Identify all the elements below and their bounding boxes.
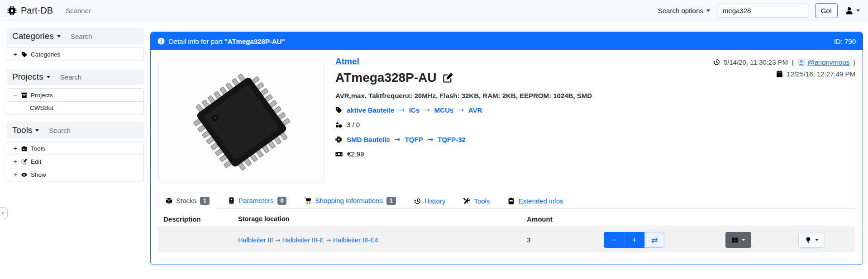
tree-item-tools[interactable]: + Tools xyxy=(7,142,143,155)
part-price: €2.99 xyxy=(347,150,364,158)
footprint-link[interactable]: TQFP-32 xyxy=(438,136,466,143)
brand-label: Part-DB xyxy=(21,5,53,16)
increase-amount-button[interactable]: + xyxy=(624,232,644,248)
tab-label: History xyxy=(424,197,446,205)
paren-open: ( xyxy=(792,58,794,66)
tab-label: Shopping informations xyxy=(315,197,382,204)
tree-item-label: Edit xyxy=(31,158,41,165)
projects-search-input[interactable] xyxy=(59,73,123,81)
search-go-button[interactable]: Go! xyxy=(815,3,838,18)
search-input[interactable] xyxy=(718,4,808,18)
sidebar-collapse-toggle[interactable]: ‹ xyxy=(0,207,8,219)
user-menu-dropdown[interactable] xyxy=(844,6,861,15)
tree-item-projects[interactable]: − Projects xyxy=(7,89,143,101)
footprint-link[interactable]: TQFP xyxy=(405,136,423,143)
projects-title: Projects xyxy=(12,72,43,82)
tab-extended-infos[interactable]: Extended infos xyxy=(501,194,570,208)
category-link[interactable]: AVR xyxy=(468,106,482,114)
tools-search-input[interactable] xyxy=(48,126,111,135)
footprint-link[interactable]: SMD Bauteile xyxy=(347,136,390,143)
categories-dropdown[interactable]: Categories xyxy=(12,31,61,41)
manufacturer-link[interactable]: Atmel xyxy=(335,57,359,66)
caret-down-icon xyxy=(856,9,860,12)
header-prefix: Detail info for part xyxy=(169,38,222,45)
tab-label: Stocks xyxy=(176,197,196,204)
history-icon xyxy=(414,198,421,204)
categories-tree: + Categories xyxy=(7,47,144,61)
avatar-icon xyxy=(797,58,805,66)
category-link[interactable]: MCUs xyxy=(434,106,454,114)
tab-badge: 1 xyxy=(200,197,210,205)
tab-shopping-informations[interactable]: Shopping informations 1 xyxy=(297,193,403,209)
user-icon xyxy=(845,7,853,14)
clipboard-icon xyxy=(508,198,515,204)
nav-scanner-link[interactable]: Scanner xyxy=(66,7,91,14)
part-tabs: Stocks 1 Parameters 0 Shopping informati… xyxy=(158,191,855,209)
toolbox-icon xyxy=(21,146,27,151)
header-part-name: "ATmega328P-AU" xyxy=(224,38,285,45)
storage-location-link[interactable]: Halbleiter III-E xyxy=(282,236,324,244)
tab-tools[interactable]: Tools xyxy=(456,194,497,208)
stock-summary-row: 3 / 0 xyxy=(335,121,592,128)
tools-dropdown[interactable]: Tools xyxy=(12,125,39,135)
storage-location-path: Halbleiter III → Halbleiter III-E → Halb… xyxy=(238,236,527,244)
lightbulb-icon xyxy=(805,237,811,243)
expand-icon[interactable]: + xyxy=(13,171,18,178)
arrow-right-icon: → xyxy=(424,106,430,114)
tab-parameters[interactable]: Parameters 0 xyxy=(221,193,294,209)
chevron-left-icon: ‹ xyxy=(2,209,4,216)
swap-arrows-icon: ⇄ xyxy=(651,236,658,245)
pen-square-icon xyxy=(21,159,27,165)
label-dropdown[interactable] xyxy=(798,232,825,248)
search-options-dropdown[interactable]: Search options xyxy=(657,5,711,16)
category-link[interactable]: aktive Bauteile xyxy=(347,106,394,114)
header-text: Detail info for part "ATmega328P-AU" xyxy=(169,38,285,45)
tab-stocks[interactable]: Stocks 1 xyxy=(158,193,217,209)
last-modified-date: 5/14/20, 11:30:23 PM xyxy=(724,58,788,66)
expand-icon[interactable]: + xyxy=(13,158,18,165)
category-link[interactable]: ICs xyxy=(409,106,420,114)
column-header-storage-location: Storage location xyxy=(238,215,527,222)
navbar-right: Search options Go! xyxy=(657,3,861,18)
modified-user-link[interactable]: @anonymous xyxy=(797,58,849,66)
tree-item-categories[interactable]: + Categories xyxy=(7,48,143,61)
categories-search-input[interactable] xyxy=(70,32,133,41)
quantity-button-group: − + ⇄ xyxy=(604,232,664,248)
expand-icon[interactable]: + xyxy=(13,51,18,58)
storage-location-link[interactable]: Halbleiter III xyxy=(238,236,273,244)
table-options-dropdown[interactable] xyxy=(725,232,751,248)
box-icon xyxy=(166,197,172,204)
last-modified-row: 5/14/20, 11:30:23 PM ( @anonymous) xyxy=(713,58,855,66)
tag-icon xyxy=(21,52,27,57)
storage-location-link[interactable]: Halbleiter III-E4 xyxy=(333,236,378,244)
edit-part-button[interactable] xyxy=(443,73,453,83)
paren-close: ) xyxy=(853,58,855,66)
caret-down-icon xyxy=(57,35,61,38)
projects-dropdown[interactable]: Projects xyxy=(12,72,50,82)
tree-item-label: Categories xyxy=(31,51,60,58)
part-image[interactable] xyxy=(158,58,324,183)
caret-down-icon xyxy=(35,129,39,132)
chip-photo xyxy=(172,62,312,179)
tab-history[interactable]: History xyxy=(407,194,453,208)
tree-item-edit[interactable]: + Edit xyxy=(7,155,143,168)
stock-summary: 3 / 0 xyxy=(347,121,360,128)
stock-table-row: Halbleiter III → Halbleiter III-E → Halb… xyxy=(158,227,855,252)
arrow-right-icon: → xyxy=(427,135,433,143)
created-row: 12/25/16, 12:27:49 PM xyxy=(713,70,855,78)
eye-icon xyxy=(21,172,27,178)
brand-link[interactable]: Part-DB xyxy=(7,5,53,16)
part-detail-header: Detail info for part "ATmega328P-AU" ID:… xyxy=(151,32,863,50)
tree-item-cwsbot[interactable]: CWSBot xyxy=(7,101,143,114)
sidebar-section-header-categories: Categories xyxy=(7,28,144,44)
top-navbar: Part-DB Scanner Search options Go! xyxy=(0,0,868,21)
expand-icon[interactable]: + xyxy=(13,145,18,152)
tree-item-show[interactable]: + Show xyxy=(7,168,143,181)
tree-item-label: Projects xyxy=(31,92,53,99)
footprint-row: SMD Bauteile → TQFP → TQFP-32 xyxy=(335,135,592,143)
history-icon xyxy=(713,59,720,66)
move-stock-button[interactable]: ⇄ xyxy=(644,232,664,248)
decrease-amount-button[interactable]: − xyxy=(604,232,624,248)
collapse-minus-icon[interactable]: − xyxy=(13,91,18,99)
tab-label: Parameters xyxy=(238,197,274,204)
